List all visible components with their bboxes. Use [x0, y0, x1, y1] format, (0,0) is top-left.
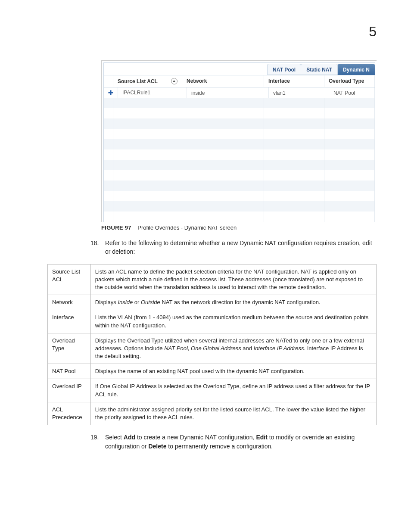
desc-term: ACL Precedence	[48, 402, 91, 425]
dynamic-nat-screenshot: NAT Pool Static NAT Dynamic N Source Lis…	[101, 60, 377, 222]
table-row	[104, 149, 375, 160]
desc-term: Interface	[48, 310, 91, 333]
cell-overload-type: NAT Pool	[329, 87, 375, 98]
text-span: to create a new Dynamic NAT configuratio…	[135, 434, 256, 441]
desc-text: If One Global IP Address is selected as …	[90, 379, 376, 402]
cell-acl: IPACLRule1	[118, 87, 187, 98]
table-row	[104, 139, 375, 149]
page-content: NAT Pool Static NAT Dynamic N Source Lis…	[47, 60, 377, 451]
step-text: Refer to the following to determine whet…	[105, 239, 377, 256]
grid-header-icon-col	[104, 75, 113, 87]
desc-row-interface: Interface Lists the VLAN (from 1 - 4094)…	[48, 310, 377, 333]
step-19: 19. Select Add to create a new Dynamic N…	[90, 433, 377, 451]
cell-interface: vlan1	[269, 87, 329, 98]
desc-term: Overload IP	[48, 379, 91, 402]
table-row	[104, 118, 375, 129]
desc-text: Lists the VLAN (from 1 - 4094) used as t…	[90, 310, 376, 333]
desc-row-source-list-acl: Source List ACL Lists an ACL name to def…	[48, 264, 377, 295]
tab-static-nat[interactable]: Static NAT	[301, 64, 338, 75]
sort-ascending-icon[interactable]	[171, 78, 177, 84]
italic-span: Interface IP Address	[254, 345, 304, 352]
desc-text: Displays Inside or Outside NAT as the ne…	[90, 295, 376, 310]
step-number: 19.	[90, 433, 105, 451]
table-row	[104, 129, 375, 139]
header-label: Source List ACL	[118, 78, 158, 84]
table-row	[104, 160, 375, 170]
step-number: 18.	[90, 239, 105, 256]
desc-term: Network	[48, 295, 91, 310]
grid-header-overload-type[interactable]: Overload Type	[324, 75, 375, 87]
table-row[interactable]: ✚ IPACLRule1 inside vlan1 NAT Pool	[104, 87, 375, 98]
table-row	[104, 170, 375, 180]
tab-bar: NAT Pool Static NAT Dynamic N	[104, 63, 375, 75]
step-text: Select Add to create a new Dynamic NAT c…	[105, 433, 377, 451]
bold-span: Add	[124, 434, 135, 441]
tab-nat-pool[interactable]: NAT Pool	[267, 64, 301, 75]
desc-text: Displays the Overload Type utilized when…	[90, 333, 376, 364]
step-18: 18. Refer to the following to determine …	[90, 239, 377, 256]
desc-row-acl-precedence: ACL Precedence Lists the administrator a…	[48, 402, 377, 425]
desc-row-overload-ip: Overload IP If One Global IP Address is …	[48, 379, 377, 402]
description-table: Source List ACL Lists an ACL name to def…	[47, 264, 377, 426]
figure-label: FIGURE 97	[101, 224, 131, 231]
desc-text: Lists an ACL name to define the packet s…	[90, 264, 376, 295]
desc-row-network: Network Displays Inside or Outside NAT a…	[48, 295, 377, 310]
italic-span: NAT Pool	[164, 345, 188, 352]
desc-text: Lists the administrator assigned priorit…	[90, 402, 376, 425]
grid-body: ✚ IPACLRule1 inside vlan1 NAT Pool	[104, 87, 375, 222]
table-row	[104, 201, 375, 212]
desc-term: NAT Pool	[48, 364, 91, 379]
desc-row-nat-pool: NAT Pool Displays the name of an existin…	[48, 364, 377, 379]
grid-header-row: Source List ACL Network Interface Overlo…	[104, 75, 375, 87]
desc-text: Displays the name of an existing NAT poo…	[90, 364, 376, 379]
text-span: NAT as the network direction for the dyn…	[160, 299, 321, 305]
text-span: ,	[188, 345, 191, 352]
bold-span: Delete	[148, 443, 166, 450]
text-span: or	[133, 299, 141, 305]
tab-dynamic-nat[interactable]: Dynamic N	[337, 64, 375, 75]
desc-row-overload-type: Overload Type Displays the Overload Type…	[48, 333, 377, 364]
grid-header-network[interactable]: Network	[182, 75, 264, 87]
cell-network: inside	[187, 87, 269, 98]
bold-span: Edit	[256, 434, 267, 441]
table-row	[104, 180, 375, 191]
desc-term: Overload Type	[48, 333, 91, 364]
plus-icon[interactable]: ✚	[108, 90, 113, 95]
grid-header-interface[interactable]: Interface	[264, 75, 324, 87]
italic-span: Inside	[118, 299, 133, 305]
table-row	[104, 191, 375, 201]
text-span: to permanently remove a configuration.	[166, 443, 273, 450]
table-row	[104, 98, 375, 108]
figure-caption: FIGURE 97 Profile Overrides - Dynamic NA…	[101, 224, 377, 231]
table-row	[104, 212, 375, 222]
figure-text: Profile Overrides - Dynamic NAT screen	[137, 224, 237, 231]
italic-span: One Global Address	[191, 345, 241, 352]
desc-term: Source List ACL	[48, 264, 91, 295]
text-span: Select	[105, 434, 124, 441]
grid-header-source-list-acl[interactable]: Source List ACL	[113, 75, 182, 87]
table-row	[104, 108, 375, 118]
text-span: and	[241, 345, 254, 352]
italic-span: Outside	[141, 299, 160, 305]
page-number: 5	[369, 24, 377, 40]
text-span: Displays	[95, 299, 118, 305]
